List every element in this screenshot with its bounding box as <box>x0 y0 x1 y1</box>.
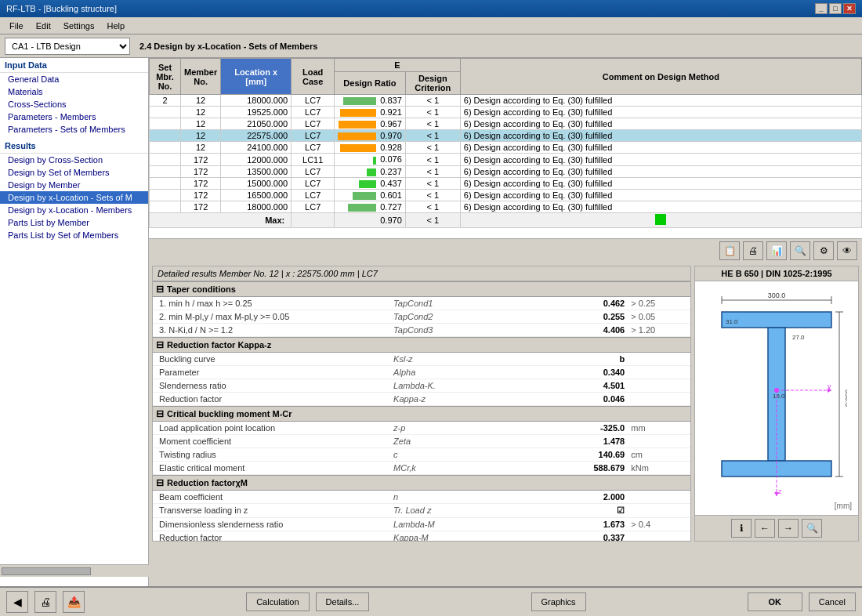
section-title: 2.4 Design by x-Location - Sets of Membe… <box>135 40 322 53</box>
detail-row-key: TapCond2 <box>390 310 509 323</box>
detail-row-value: 588.679 <box>509 462 628 474</box>
taper-collapse[interactable]: ⊟ <box>156 284 164 295</box>
sidebar-item-design-member[interactable]: Design by Member <box>0 179 148 191</box>
close-button[interactable]: ✕ <box>843 3 856 14</box>
sidebar-item-materials[interactable]: Materials <box>0 85 148 98</box>
menu-settings[interactable]: Settings <box>57 20 101 32</box>
cell-crit: < 1 <box>405 118 460 130</box>
detail-row-label: Reduction factor <box>153 393 390 405</box>
cs-zoom-button[interactable]: 🔍 <box>802 519 822 538</box>
table-row[interactable]: 172 13500.000 LC7 0.237 < 1 6) Design ac… <box>150 165 862 177</box>
cell-member: 172 <box>181 201 221 212</box>
detail-row-label: 2. min M-pl,y / max M-pl,y >= 0.05 <box>153 310 390 323</box>
sidebar-item-design-set-members[interactable]: Design by Set of Members <box>0 166 148 179</box>
ok-button[interactable]: OK <box>748 592 802 611</box>
design-dropdown[interactable]: CA1 - LTB Design <box>5 38 130 55</box>
window-title: RF-LTB - [Buckling structure] <box>6 4 117 13</box>
table-row[interactable]: 12 22575.000 LC7 0.970 < 1 6) Design acc… <box>150 130 862 142</box>
graphics-button[interactable]: Graphics <box>531 592 586 611</box>
detail-row-key: Alpha <box>390 366 509 379</box>
cell-lc: LC11 <box>292 154 335 165</box>
cell-set <box>150 165 181 177</box>
menu-file[interactable]: File <box>3 20 30 32</box>
details-button[interactable]: Details... <box>316 592 370 611</box>
print-button[interactable]: 🖨 <box>743 241 763 260</box>
detail-row-value: 1.673 <box>509 518 628 531</box>
calculation-button[interactable]: Calculation <box>246 592 309 611</box>
detail-row-unit <box>628 393 690 405</box>
detail-row-value: b <box>509 353 628 365</box>
cross-section-svg: 300.0 650.0 31.0 16.0 <box>706 288 847 508</box>
detail-row: Beam coefficient n 2.000 <box>153 491 690 504</box>
title-bar: RF-LTB - [Buckling structure] _ □ ✕ <box>0 0 862 17</box>
export-button[interactable]: 📋 <box>719 241 740 260</box>
maximize-button[interactable]: □ <box>829 3 842 14</box>
cell-location: 21050.000 <box>221 118 292 130</box>
options-button[interactable]: ⚙ <box>813 241 834 260</box>
print-nav-button[interactable]: 🖨 <box>34 591 56 613</box>
table-row[interactable]: 172 12000.000 LC11 0.076 < 1 6) Design a… <box>150 154 862 165</box>
cell-ratio: 0.601 <box>335 189 406 201</box>
detail-row-value: 140.69 <box>509 448 628 461</box>
cell-comment: 6) Design according to Eq. (30) fulfille… <box>460 165 861 177</box>
detail-row-unit <box>628 435 690 448</box>
table-row[interactable]: 12 19525.000 LC7 0.921 < 1 6) Design acc… <box>150 107 862 118</box>
export-nav-button[interactable]: 📤 <box>63 591 85 613</box>
reduction-collapse[interactable]: ⊟ <box>156 477 164 488</box>
table-row[interactable]: 172 15000.000 LC7 0.437 < 1 6) Design ac… <box>150 177 862 189</box>
eye-button[interactable]: 👁 <box>837 241 857 260</box>
critical-collapse[interactable]: ⊟ <box>156 408 164 419</box>
sidebar-item-cross-sections[interactable]: Cross-Sections <box>0 98 148 111</box>
sidebar-item-parameters-members[interactable]: Parameters - Members <box>0 111 148 123</box>
sidebar-item-design-cross-section[interactable]: Design by Cross-Section <box>0 154 148 166</box>
detail-row-key: TapCond1 <box>390 297 509 310</box>
table-row[interactable]: 2 12 18000.000 LC7 0.837 < 1 6) Design a… <box>150 95 862 107</box>
table-row[interactable]: 12 21050.000 LC7 0.967 < 1 6) Design acc… <box>150 118 862 130</box>
bottom-action-bar: ◀ 🖨 📤 Calculation Details... Graphics OK… <box>0 586 862 616</box>
table-row[interactable]: 12 24100.000 LC7 0.928 < 1 6) Design acc… <box>150 142 862 154</box>
menu-edit[interactable]: Edit <box>30 20 57 32</box>
detail-row-key: TapCond3 <box>390 324 509 336</box>
detail-row-label: Buckling curve <box>153 353 390 365</box>
col-sub-ratio: Design Ratio <box>335 72 406 95</box>
main-container: CA1 - LTB Design 2.4 Design by x-Locatio… <box>0 34 862 616</box>
cell-location: 12000.000 <box>221 154 292 165</box>
detail-row-label: Elastic critical moment <box>153 462 390 474</box>
kappa-collapse[interactable]: ⊟ <box>156 339 164 350</box>
cell-lc: LC7 <box>292 107 335 118</box>
filter-button[interactable]: 🔍 <box>790 241 810 260</box>
chart-button[interactable]: 📊 <box>766 241 787 260</box>
detail-row: Slenderness ratio Lambda-K. 4.501 <box>153 379 690 393</box>
detail-row-value: -325.0 <box>509 422 628 434</box>
cs-forward-button[interactable]: → <box>778 519 799 538</box>
menu-help[interactable]: Help <box>100 20 131 32</box>
detail-row: Dimensionless slenderness ratio Lambda-M… <box>153 518 690 531</box>
cell-comment: 6) Design according to Eq. (30) fulfille… <box>460 118 861 130</box>
sidebar-item-parts-list-member[interactable]: Parts List by Member <box>0 216 148 229</box>
cs-back-button[interactable]: ← <box>755 519 775 538</box>
prev-nav-button[interactable]: ◀ <box>6 591 28 613</box>
detail-row-value: 0.462 <box>509 297 628 310</box>
taper-section-header: ⊟ Taper conditions <box>153 281 690 297</box>
max-label: Max: <box>150 212 292 227</box>
cell-lc: LC7 <box>292 95 335 107</box>
minimize-button[interactable]: _ <box>815 3 828 14</box>
detail-row: Elastic critical moment MCr,k 588.679 kN… <box>153 462 690 475</box>
sidebar-item-parameters-sets[interactable]: Parameters - Sets of Members <box>0 123 148 136</box>
cancel-button[interactable]: Cancel <box>809 592 856 611</box>
cs-info-button[interactable]: ℹ <box>731 519 752 538</box>
table-row[interactable]: 172 16500.000 LC7 0.601 < 1 6) Design ac… <box>150 189 862 201</box>
detail-row-unit <box>628 366 690 379</box>
cell-set <box>150 142 181 154</box>
detail-row: 2. min M-pl,y / max M-pl,y >= 0.05 TapCo… <box>153 310 690 324</box>
detail-row-key: z-p <box>390 422 509 434</box>
sidebar-item-design-x-members[interactable]: Design by x-Location - Members <box>0 204 148 216</box>
sidebar-item-general-data[interactable]: General Data <box>0 73 148 85</box>
cell-comment: 6) Design according to Eq. (30) fulfille… <box>460 142 861 154</box>
table-row[interactable]: 172 18000.000 LC7 0.727 < 1 6) Design ac… <box>150 201 862 212</box>
table-area[interactable]: Set Mbr. No. Member No. Location x [mm] … <box>149 58 862 238</box>
sidebar: Input Data General Data Materials Cross-… <box>0 58 149 586</box>
cell-set <box>150 189 181 201</box>
sidebar-item-design-x-sets[interactable]: Design by x-Location - Sets of M <box>0 191 148 204</box>
sidebar-item-parts-list-sets[interactable]: Parts List by Set of Members <box>0 229 148 241</box>
